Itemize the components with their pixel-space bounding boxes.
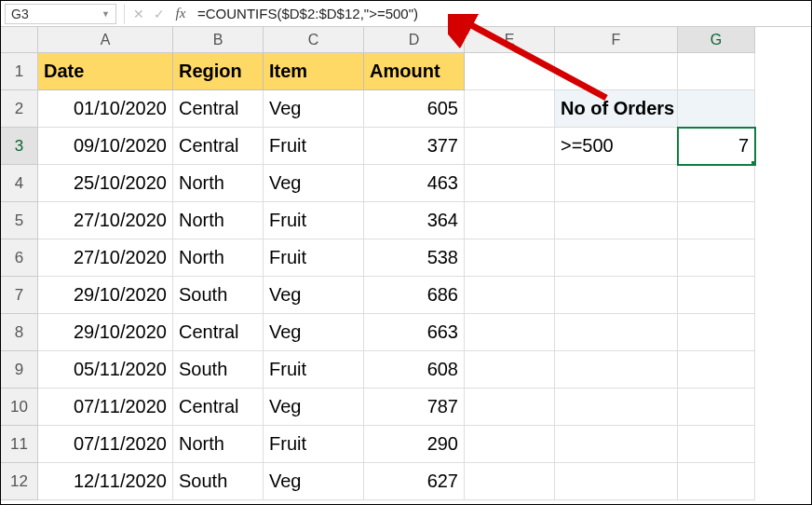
cell-G4[interactable] bbox=[678, 165, 755, 202]
column-header-E[interactable]: E bbox=[465, 27, 555, 53]
cell-D5[interactable]: 364 bbox=[364, 202, 465, 239]
row-header-10[interactable]: 10 bbox=[1, 389, 38, 426]
cell-D12[interactable]: 627 bbox=[364, 463, 465, 500]
row-header-6[interactable]: 6 bbox=[1, 239, 38, 277]
formula-input[interactable]: =COUNTIFS($D$2:$D$12,">=500") bbox=[192, 6, 811, 21]
cell-D1[interactable]: Amount bbox=[364, 53, 465, 90]
row-header-5[interactable]: 5 bbox=[1, 202, 38, 239]
column-header-G[interactable]: G bbox=[678, 27, 755, 53]
row-header-9[interactable]: 9 bbox=[1, 351, 38, 389]
cell-B9[interactable]: South bbox=[173, 351, 264, 389]
cell-B11[interactable]: North bbox=[173, 426, 264, 463]
cell-C4[interactable]: Veg bbox=[264, 165, 364, 202]
row-header-4[interactable]: 4 bbox=[1, 165, 38, 202]
column-header-C[interactable]: C bbox=[264, 27, 364, 53]
cell-C7[interactable]: Veg bbox=[264, 277, 364, 314]
cell-G12[interactable] bbox=[678, 463, 755, 500]
cell-D2[interactable]: 605 bbox=[364, 90, 465, 128]
column-header-A[interactable]: A bbox=[38, 27, 173, 53]
cell-G7[interactable] bbox=[678, 277, 755, 314]
cell-D11[interactable]: 290 bbox=[364, 426, 465, 463]
cell-F9[interactable] bbox=[555, 351, 678, 389]
cell-D10[interactable]: 787 bbox=[364, 389, 465, 426]
cell-B6[interactable]: North bbox=[173, 239, 264, 277]
cell-G8[interactable] bbox=[678, 314, 755, 351]
cell-D4[interactable]: 463 bbox=[364, 165, 465, 202]
name-box[interactable]: G3 ▼ bbox=[5, 4, 116, 24]
cell-B3[interactable]: Central bbox=[173, 128, 264, 165]
cell-B2[interactable]: Central bbox=[173, 90, 264, 128]
column-header-D[interactable]: D bbox=[364, 27, 465, 53]
cell-A7[interactable]: 29/10/2020 bbox=[38, 277, 173, 314]
cell-G6[interactable] bbox=[678, 239, 755, 277]
cell-C12[interactable]: Veg bbox=[264, 463, 364, 500]
cell-E7[interactable] bbox=[465, 277, 555, 314]
column-header-B[interactable]: B bbox=[173, 27, 264, 53]
cell-G5[interactable] bbox=[678, 202, 755, 239]
cell-F4[interactable] bbox=[555, 165, 678, 202]
cell-F1[interactable] bbox=[555, 53, 678, 90]
cell-G9[interactable] bbox=[678, 351, 755, 389]
confirm-icon[interactable]: ✓ bbox=[149, 7, 169, 21]
cell-D9[interactable]: 608 bbox=[364, 351, 465, 389]
cell-G1[interactable] bbox=[678, 53, 755, 90]
cell-A6[interactable]: 27/10/2020 bbox=[38, 239, 173, 277]
cell-A12[interactable]: 12/11/2020 bbox=[38, 463, 173, 500]
cell-B8[interactable]: Central bbox=[173, 314, 264, 351]
cell-F3[interactable]: >=500 bbox=[555, 128, 678, 165]
cell-C2[interactable]: Veg bbox=[264, 90, 364, 128]
cell-B10[interactable]: Central bbox=[173, 389, 264, 426]
cell-B1[interactable]: Region bbox=[173, 53, 264, 90]
select-all-corner[interactable] bbox=[1, 27, 38, 53]
cell-C8[interactable]: Veg bbox=[264, 314, 364, 351]
cell-G3[interactable]: 7 bbox=[678, 128, 755, 165]
cell-E4[interactable] bbox=[465, 165, 555, 202]
cell-B7[interactable]: South bbox=[173, 277, 264, 314]
cell-E11[interactable] bbox=[465, 426, 555, 463]
cell-E1[interactable] bbox=[465, 53, 555, 90]
cell-D6[interactable]: 538 bbox=[364, 239, 465, 277]
row-header-11[interactable]: 11 bbox=[1, 426, 38, 463]
cell-F5[interactable] bbox=[555, 202, 678, 239]
cell-E12[interactable] bbox=[465, 463, 555, 500]
cell-C3[interactable]: Fruit bbox=[264, 128, 364, 165]
cell-F8[interactable] bbox=[555, 314, 678, 351]
cell-D3[interactable]: 377 bbox=[364, 128, 465, 165]
cell-G2[interactable] bbox=[678, 90, 755, 128]
cell-C5[interactable]: Fruit bbox=[264, 202, 364, 239]
cell-E2[interactable] bbox=[465, 90, 555, 128]
row-header-2[interactable]: 2 bbox=[1, 90, 38, 128]
row-header-7[interactable]: 7 bbox=[1, 277, 38, 314]
cell-D7[interactable]: 686 bbox=[364, 277, 465, 314]
column-header-F[interactable]: F bbox=[555, 27, 678, 53]
cell-E6[interactable] bbox=[465, 239, 555, 277]
chevron-down-icon[interactable]: ▼ bbox=[102, 9, 110, 19]
cell-B4[interactable]: North bbox=[173, 165, 264, 202]
cell-D8[interactable]: 663 bbox=[364, 314, 465, 351]
cell-A2[interactable]: 01/10/2020 bbox=[38, 90, 173, 128]
cell-C9[interactable]: Fruit bbox=[264, 351, 364, 389]
cell-F2[interactable]: No of Orders bbox=[555, 90, 678, 128]
cell-A5[interactable]: 27/10/2020 bbox=[38, 202, 173, 239]
cell-F12[interactable] bbox=[555, 463, 678, 500]
cell-G11[interactable] bbox=[678, 426, 755, 463]
cell-C6[interactable]: Fruit bbox=[264, 239, 364, 277]
row-header-8[interactable]: 8 bbox=[1, 314, 38, 351]
cell-E9[interactable] bbox=[465, 351, 555, 389]
cell-A11[interactable]: 07/11/2020 bbox=[38, 426, 173, 463]
fx-icon[interactable]: fx bbox=[169, 6, 192, 21]
cell-A10[interactable]: 07/11/2020 bbox=[38, 389, 173, 426]
cell-F10[interactable] bbox=[555, 389, 678, 426]
row-header-1[interactable]: 1 bbox=[1, 53, 38, 90]
cancel-icon[interactable]: ✕ bbox=[129, 7, 149, 21]
cell-E8[interactable] bbox=[465, 314, 555, 351]
cell-A3[interactable]: 09/10/2020 bbox=[38, 128, 173, 165]
cell-F6[interactable] bbox=[555, 239, 678, 277]
cell-C11[interactable]: Fruit bbox=[264, 426, 364, 463]
cell-G10[interactable] bbox=[678, 389, 755, 426]
row-header-12[interactable]: 12 bbox=[1, 463, 38, 500]
row-header-3[interactable]: 3 bbox=[1, 128, 38, 165]
cell-F11[interactable] bbox=[555, 426, 678, 463]
cell-A9[interactable]: 05/11/2020 bbox=[38, 351, 173, 389]
cell-C10[interactable]: Veg bbox=[264, 389, 364, 426]
